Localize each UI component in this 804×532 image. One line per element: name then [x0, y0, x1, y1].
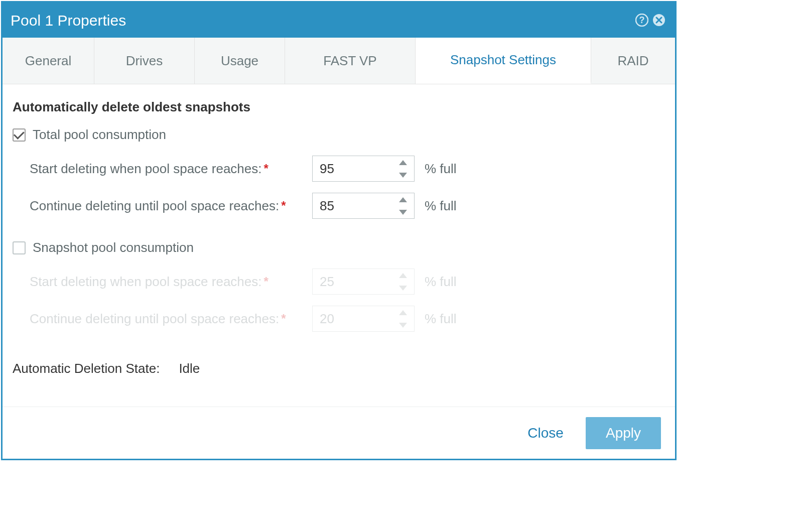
total-pool-checkbox[interactable] [13, 128, 26, 142]
stepper-up-icon[interactable] [392, 156, 414, 169]
tabs: General Drives Usage FAST VP Snapshot Se… [3, 38, 675, 84]
total-continue-input[interactable] [313, 193, 392, 218]
required-asterisk: * [264, 275, 269, 289]
titlebar-icons: ? [635, 13, 666, 27]
svg-text:?: ? [639, 15, 645, 25]
snapshot-continue-label: Continue deleting until pool space reach… [30, 311, 279, 327]
snapshot-start-row: Start deleting when pool space reaches: … [30, 269, 665, 295]
deletion-state-row: Automatic Deletion State: Idle [13, 361, 665, 376]
total-start-unit: % full [425, 161, 457, 177]
tab-drives[interactable]: Drives [94, 38, 195, 84]
pool-properties-dialog: Pool 1 Properties ? General Drives Usage… [1, 1, 677, 460]
total-continue-row: Continue deleting until pool space reach… [30, 193, 665, 219]
section-heading: Automatically delete oldest snapshots [13, 99, 665, 115]
required-asterisk: * [281, 199, 286, 213]
snapshot-start-input [313, 269, 392, 294]
total-continue-steppers [392, 193, 414, 218]
snapshot-start-label: Start deleting when pool space reaches: [30, 274, 262, 290]
stepper-down-icon[interactable] [392, 169, 414, 181]
snapshot-start-spinner [312, 269, 415, 295]
apply-button[interactable]: Apply [586, 417, 661, 449]
tab-raid[interactable]: RAID [591, 38, 675, 84]
snapshot-continue-steppers [392, 306, 414, 331]
snapshot-start-steppers [392, 269, 414, 294]
total-start-label: Start deleting when pool space reaches: [30, 161, 262, 177]
required-asterisk: * [264, 162, 269, 176]
total-continue-spinner [312, 193, 415, 219]
total-pool-label: Total pool consumption [33, 127, 166, 143]
snapshot-continue-unit: % full [425, 311, 457, 327]
snapshot-settings-panel: Automatically delete oldest snapshots To… [3, 84, 675, 407]
stepper-down-icon [392, 319, 414, 331]
total-pool-checkbox-row: Total pool consumption [13, 127, 665, 143]
total-continue-unit: % full [425, 198, 457, 214]
snapshot-continue-row: Continue deleting until pool space reach… [30, 306, 665, 332]
stepper-up-icon [392, 306, 414, 319]
snapshot-pool-section: Snapshot pool consumption Start deleting… [13, 240, 665, 332]
total-start-row: Start deleting when pool space reaches: … [30, 156, 665, 182]
tab-fastvp[interactable]: FAST VP [285, 38, 416, 84]
close-button[interactable]: Close [519, 420, 572, 446]
total-start-spinner [312, 156, 415, 182]
snapshot-pool-checkbox-row: Snapshot pool consumption [13, 240, 665, 255]
dialog-title: Pool 1 Properties [10, 11, 635, 29]
help-icon[interactable]: ? [635, 13, 649, 27]
stepper-up-icon[interactable] [392, 193, 414, 206]
snapshot-pool-label: Snapshot pool consumption [33, 240, 194, 255]
close-icon[interactable] [652, 13, 666, 27]
total-continue-label: Continue deleting until pool space reach… [30, 198, 279, 214]
snapshot-continue-spinner [312, 306, 415, 332]
snapshot-pool-checkbox[interactable] [13, 241, 26, 254]
snapshot-continue-input [313, 306, 392, 331]
required-asterisk: * [281, 312, 286, 326]
tab-general[interactable]: General [3, 38, 94, 84]
stepper-down-icon [392, 282, 414, 294]
deletion-state-label: Automatic Deletion State: [13, 361, 160, 376]
tab-usage[interactable]: Usage [195, 38, 285, 84]
total-start-steppers [392, 156, 414, 181]
total-start-input[interactable] [313, 156, 392, 181]
snapshot-start-unit: % full [425, 274, 457, 290]
total-pool-section: Total pool consumption Start deleting wh… [13, 127, 665, 219]
deletion-state-value: Idle [179, 361, 200, 376]
stepper-up-icon [392, 269, 414, 282]
titlebar: Pool 1 Properties ? [3, 3, 675, 38]
dialog-footer: Close Apply [3, 407, 675, 459]
tab-snapshot-settings[interactable]: Snapshot Settings [416, 38, 591, 84]
stepper-down-icon[interactable] [392, 206, 414, 218]
